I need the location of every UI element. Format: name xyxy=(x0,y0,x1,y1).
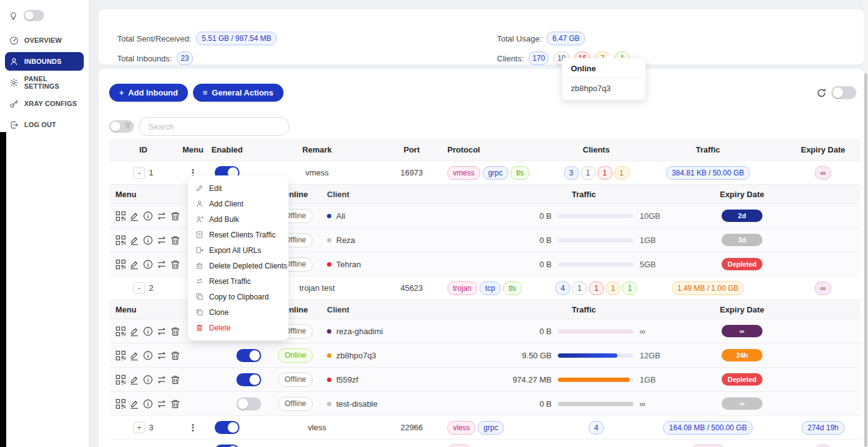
edit-icon[interactable] xyxy=(129,374,140,385)
inbound-enabled-toggle[interactable] xyxy=(215,445,239,447)
client-dot xyxy=(327,329,331,334)
sidebar-item-inbounds[interactable]: INBOUNDS xyxy=(5,52,84,71)
edit-icon[interactable] xyxy=(129,259,140,270)
client-enabled-toggle[interactable] xyxy=(236,349,261,362)
count-total: 4 xyxy=(589,421,604,435)
menu-item-add-bulk[interactable]: Add Bulk xyxy=(188,211,289,227)
inbound-enabled-toggle[interactable] xyxy=(215,421,239,434)
sidebar-item-label: LOG OUT xyxy=(24,121,56,128)
traffic-bar xyxy=(558,238,633,242)
menu-item-reset-clients-traffic[interactable]: Reset Clients Traffic xyxy=(188,227,289,242)
info-icon[interactable] xyxy=(143,374,153,385)
qr-code-icon[interactable] xyxy=(115,374,126,385)
collapse-button[interactable]: - xyxy=(133,167,145,179)
info-icon[interactable] xyxy=(143,259,153,270)
edit-icon[interactable] xyxy=(129,399,140,409)
client-name: Reza xyxy=(336,236,355,245)
col-header-traffic: Traffic xyxy=(630,145,785,154)
edit-icon[interactable] xyxy=(129,326,140,337)
menu-item-add-client[interactable]: Add Client xyxy=(188,196,289,211)
general-actions-button[interactable]: ≡ General Actions xyxy=(193,84,284,102)
info-icon[interactable] xyxy=(143,326,153,337)
menu-item-edit[interactable]: Edit xyxy=(188,180,289,196)
menu-item-delete-depleted-clients[interactable]: Delete Depleted Clients xyxy=(188,258,289,273)
client-expiry-badge: Depleted xyxy=(722,258,763,270)
count-deactive: 1 xyxy=(581,166,596,180)
card-controls xyxy=(817,86,856,99)
delete-icon[interactable] xyxy=(170,235,181,246)
reset-traffic-icon[interactable] xyxy=(156,350,167,361)
delete-icon[interactable] xyxy=(170,211,181,221)
edit-icon[interactable] xyxy=(129,211,140,221)
client-traffic: 0 B 10GB xyxy=(509,211,658,221)
client-enabled-toggle[interactable] xyxy=(236,397,261,410)
menu-item-delete[interactable]: Delete xyxy=(188,320,289,335)
reset-traffic-icon[interactable] xyxy=(156,374,167,385)
stats-card: Total Sent/Received: 5.51 GB / 987.54 MB… xyxy=(98,9,864,65)
auto-refresh-toggle[interactable] xyxy=(831,86,856,99)
menu-item-export-all-urls[interactable]: Export All URLs xyxy=(188,242,289,258)
theme-toggle[interactable] xyxy=(24,10,44,21)
add-client-icon xyxy=(195,200,204,208)
menu-item-reset-traffic[interactable]: Reset Traffic xyxy=(188,273,289,289)
col-header-port: Port xyxy=(388,145,435,154)
clients-count-total[interactable]: 170 xyxy=(529,51,548,65)
reset-traffic-icon[interactable] xyxy=(156,259,167,270)
client-count-badges: 4 xyxy=(562,421,630,435)
client-traffic: 974.27 MB 1GB xyxy=(509,375,658,384)
menu-item-copy-to-clipboard[interactable]: Copy to Clipboard xyxy=(188,289,289,304)
edit-icon[interactable] xyxy=(129,350,140,361)
sidebar-item-log-out[interactable]: LOG OUT xyxy=(5,115,84,134)
info-icon[interactable] xyxy=(143,350,153,361)
col-header-id: ID xyxy=(109,145,177,154)
search-input[interactable] xyxy=(139,117,289,136)
client-enabled-toggle[interactable] xyxy=(236,373,261,386)
inbound-row-3: +3 ⋮ vless 22966 vless grpc 4 164.08 MB … xyxy=(109,415,861,439)
protocol-badge: vmess xyxy=(447,166,480,180)
sidebar: OVERVIEW INBOUNDS PANEL SETTINGS XRAY CO… xyxy=(0,0,89,447)
info-icon[interactable] xyxy=(143,235,153,246)
vertical-scrollbar[interactable] xyxy=(864,0,868,447)
collapse-button[interactable]: - xyxy=(133,282,145,294)
delete-icon[interactable] xyxy=(170,399,181,409)
delete-icon[interactable] xyxy=(170,326,181,337)
add-inbound-button[interactable]: + Add Inbound xyxy=(109,84,188,102)
reset-traffic-icon[interactable] xyxy=(156,399,167,409)
qr-code-icon[interactable] xyxy=(115,235,126,246)
count-total: 4 xyxy=(555,281,570,295)
filter-toggle[interactable] xyxy=(109,120,134,133)
delete-icon[interactable] xyxy=(170,259,181,270)
edit-icon[interactable] xyxy=(129,235,140,246)
total-inbounds-label: Total Inbounds: xyxy=(117,54,172,63)
row-menu-icon[interactable]: ⋮ xyxy=(189,422,198,433)
sent-received-label: Total Sent/Received: xyxy=(117,34,191,43)
total-usage-value-badge: 6.47 GB xyxy=(547,32,585,45)
qr-code-icon[interactable] xyxy=(115,350,126,361)
count-expiring: 1 xyxy=(606,281,620,295)
copy-icon xyxy=(195,293,204,301)
expand-button[interactable]: + xyxy=(133,422,145,433)
qr-code-icon[interactable] xyxy=(115,259,126,270)
sidebar-item-overview[interactable]: OVERVIEW xyxy=(5,31,84,50)
protocol-badge: http xyxy=(447,445,471,447)
qr-code-icon[interactable] xyxy=(115,211,126,221)
refresh-icon[interactable] xyxy=(817,88,826,98)
info-icon[interactable] xyxy=(143,211,153,221)
reset-traffic-icon[interactable] xyxy=(156,211,167,221)
qr-code-icon[interactable] xyxy=(115,399,126,409)
reset-traffic-icon[interactable] xyxy=(156,326,167,337)
reset-traffic-icon[interactable] xyxy=(156,235,167,246)
online-status-badge: Offline xyxy=(278,373,313,387)
sidebar-item-xray-configs[interactable]: XRAY CONFIGS xyxy=(5,94,84,113)
scrollbar-thumb[interactable] xyxy=(864,73,867,447)
popup-online-client: zb8hpo7q3 xyxy=(562,78,645,100)
popup-title: Online xyxy=(562,58,645,78)
sidebar-item-panel-settings[interactable]: PANEL SETTINGS xyxy=(5,73,84,92)
delete-icon[interactable] xyxy=(170,374,181,385)
client-count-badges: 4 1 1 1 1 xyxy=(562,281,630,295)
info-icon[interactable] xyxy=(143,399,153,409)
delete-icon[interactable] xyxy=(170,350,181,361)
menu-item-clone[interactable]: Clone xyxy=(188,304,289,320)
protocol-badge: vless xyxy=(447,421,475,435)
qr-code-icon[interactable] xyxy=(115,326,126,337)
